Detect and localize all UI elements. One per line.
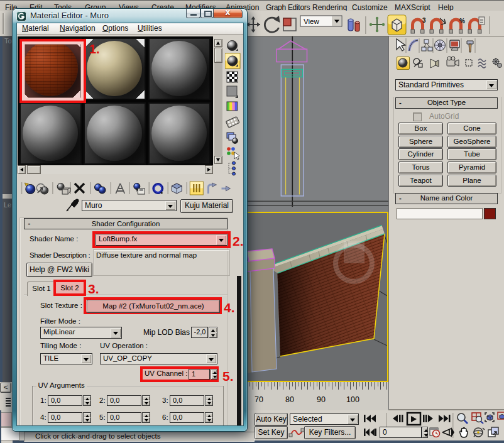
svg-text:3: 3 [422,17,426,24]
svg-text:View: View [304,18,319,25]
svg-text:%: % [459,18,465,25]
